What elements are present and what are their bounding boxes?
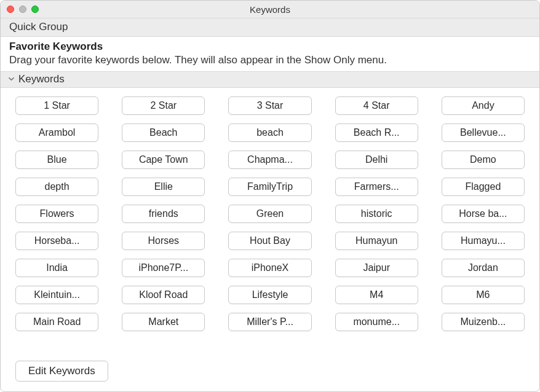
keyword-button[interactable]: Horseba... <box>15 232 98 250</box>
keyword-button[interactable]: Horse ba... <box>442 205 525 223</box>
keywords-window: Keywords Quick Group Favorite Keywords D… <box>0 0 540 392</box>
favorites-block: Favorite Keywords Drag your favorite key… <box>1 37 539 71</box>
keyword-button[interactable]: beach <box>228 123 311 142</box>
keywords-section-label: Keywords <box>18 73 65 85</box>
keyword-button[interactable]: Market <box>122 313 205 331</box>
quick-group-header[interactable]: Quick Group <box>1 18 539 37</box>
keywords-grid-container: 1 Star2 Star3 Star4 StarAndyArambolBeach… <box>1 88 539 353</box>
edit-keywords-button[interactable]: Edit Keywords <box>15 361 108 382</box>
keyword-button[interactable]: iPhone7P... <box>122 259 205 277</box>
favorites-heading: Favorite Keywords <box>9 41 531 53</box>
keyword-button[interactable]: depth <box>15 178 98 196</box>
window-title: Keywords <box>1 4 539 15</box>
zoom-icon[interactable] <box>31 6 39 13</box>
keyword-button[interactable]: Beach R... <box>335 123 418 142</box>
keyword-button[interactable]: Jaipur <box>335 259 418 277</box>
keyword-button[interactable]: Main Road <box>15 313 98 331</box>
keyword-button[interactable]: Green <box>228 205 311 223</box>
keyword-button[interactable]: Miller's P... <box>228 313 311 331</box>
keyword-button[interactable]: Flowers <box>15 205 98 223</box>
keyword-button[interactable]: Demo <box>442 151 525 169</box>
keyword-button[interactable]: Beach <box>122 123 205 142</box>
window-controls <box>1 6 39 13</box>
keyword-button[interactable]: India <box>15 259 98 277</box>
keyword-button[interactable]: Delhi <box>335 151 418 169</box>
keyword-button[interactable]: Kleintuin... <box>15 286 98 304</box>
keywords-grid: 1 Star2 Star3 Star4 StarAndyArambolBeach… <box>15 96 525 331</box>
chevron-down-icon <box>8 76 15 84</box>
keyword-button[interactable]: Lifestyle <box>228 286 311 304</box>
keyword-button[interactable]: M6 <box>442 286 525 304</box>
keyword-button[interactable]: Horses <box>122 232 205 250</box>
keyword-button[interactable]: 2 Star <box>122 96 205 115</box>
keyword-button[interactable]: 4 Star <box>335 96 418 115</box>
keyword-button[interactable]: Blue <box>15 151 98 169</box>
keyword-button[interactable]: Chapma... <box>228 151 311 169</box>
keyword-button[interactable]: Muizenb... <box>442 313 525 331</box>
keyword-button[interactable]: Hout Bay <box>228 232 311 250</box>
keyword-button[interactable]: Humayu... <box>442 232 525 250</box>
keyword-button[interactable]: Bellevue... <box>442 123 525 142</box>
keyword-button[interactable]: Andy <box>442 96 525 115</box>
keyword-button[interactable]: Ellie <box>122 178 205 196</box>
favorites-subtext: Drag your favorite keywords below. They … <box>9 54 531 66</box>
keyword-button[interactable]: Cape Town <box>122 151 205 169</box>
keyword-button[interactable]: Arambol <box>15 123 98 142</box>
close-icon[interactable] <box>7 6 14 13</box>
minimize-icon[interactable] <box>19 6 26 13</box>
keyword-button[interactable]: friends <box>122 205 205 223</box>
keyword-button[interactable]: Jordan <box>442 259 525 277</box>
keyword-button[interactable]: Farmers... <box>335 178 418 196</box>
keyword-button[interactable]: 3 Star <box>228 96 311 115</box>
keywords-section-header[interactable]: Keywords <box>1 71 539 88</box>
footer: Edit Keywords <box>1 353 539 391</box>
titlebar: Keywords <box>1 1 539 18</box>
keyword-button[interactable]: Kloof Road <box>122 286 205 304</box>
keyword-button[interactable]: monume... <box>335 313 418 331</box>
keyword-button[interactable]: iPhoneX <box>228 259 311 277</box>
keyword-button[interactable]: 1 Star <box>15 96 98 115</box>
keyword-button[interactable]: historic <box>335 205 418 223</box>
keyword-button[interactable]: FamilyTrip <box>228 178 311 196</box>
keyword-button[interactable]: M4 <box>335 286 418 304</box>
keyword-button[interactable]: Humayun <box>335 232 418 250</box>
keyword-button[interactable]: Flagged <box>442 178 525 196</box>
